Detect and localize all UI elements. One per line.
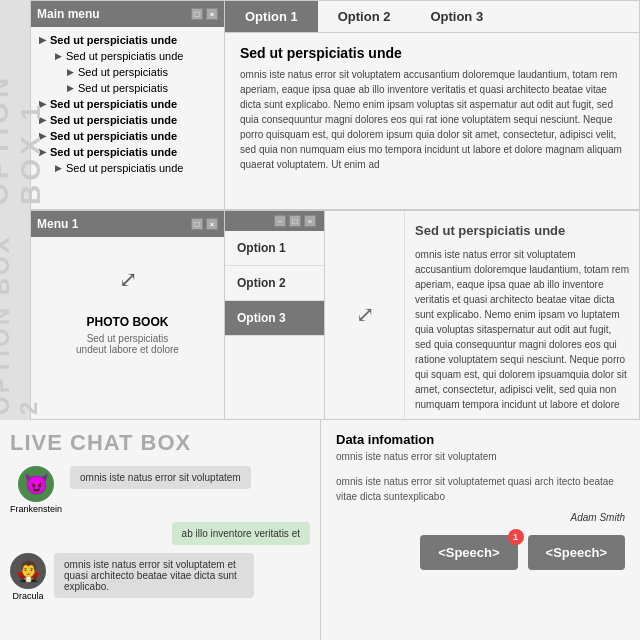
expand-icon[interactable]: ⤢ [98, 252, 158, 307]
chat-bubble-2: ab illo inventore veritatis et [172, 522, 310, 545]
option-box2-sidebar: − □ × Option 1 Option 2 Option 3 [225, 211, 325, 419]
list-item[interactable]: ▶ Sed ut perspiciatis [39, 80, 216, 96]
speech-buttons: <Speech> 1 <Speech> [336, 535, 625, 570]
option-box2-text: Sed ut perspiciatis unde omnis iste natu… [405, 211, 639, 419]
data-info-author: Adam Smith [336, 512, 625, 523]
main-menu-header: Main menu □ × [31, 1, 224, 27]
close-btn[interactable]: × [206, 8, 218, 20]
avatar-frankenstein: 😈 [18, 466, 54, 502]
option-box-1-label: OPTION BOX 1 [0, 0, 30, 210]
chat-message: 😈 Frankenstein omnis iste natus error si… [10, 466, 310, 514]
arrow-icon: ▶ [55, 163, 62, 173]
close-btn-menu1[interactable]: × [206, 218, 218, 230]
menu-list: ▶ Sed ut perspiciatis unde ▶ Sed ut pers… [31, 27, 224, 181]
win-controls: □ × [191, 8, 218, 20]
expand-arrows-icon: ⤢ [119, 267, 137, 293]
panel-win-controls: − □ × [225, 211, 324, 231]
main-menu-box: Main menu □ × ▶ Sed ut perspiciatis unde… [30, 0, 225, 210]
avatar-dracula: 🧛 [10, 553, 46, 589]
option-box2-panel: − □ × Option 1 Option 2 Option 3 ⤢ Sed u… [225, 210, 640, 420]
expand-image-icon: ⤢ [356, 302, 374, 328]
live-chat-title: LIVE CHAT BOX [10, 430, 310, 456]
data-info-title: Data infomation [336, 432, 625, 447]
list-item[interactable]: ▶ Sed ut perspiciatis [39, 64, 216, 80]
photo-book-area: ⤢ PHOTO BOOK Sed ut perspiciatisundeut l… [31, 237, 224, 370]
menu1-title: Menu 1 [37, 217, 78, 231]
panel-heading: Sed ut perspiciatis unde [415, 221, 629, 241]
content-heading: Sed ut perspiciatis unde [240, 45, 624, 61]
avatar-wrapper-dracula: 🧛 Dracula [10, 553, 46, 601]
list-item[interactable]: ▶ Sed ut perspiciatis unde [39, 96, 216, 112]
arrow-icon: ▶ [67, 67, 74, 77]
maximize-icon[interactable]: □ [289, 215, 301, 227]
tab-option3[interactable]: Option 3 [410, 1, 503, 32]
avatar-label-frankenstein: Frankenstein [10, 504, 62, 514]
avatar-wrapper-frankenstein: 😈 Frankenstein [10, 466, 62, 514]
sidebar-item-option1[interactable]: Option 1 [225, 231, 324, 266]
minimize-btn[interactable]: □ [191, 8, 203, 20]
sidebar-item-option3[interactable]: Option 3 [225, 301, 324, 336]
list-item[interactable]: ▶ Sed ut perspiciatis unde [39, 160, 216, 176]
option-box2-content: ⤢ Sed ut perspiciatis unde omnis iste na… [325, 211, 639, 419]
chat-message-dracula: 🧛 Dracula omnis iste natus error sit vol… [10, 553, 310, 601]
panel-body: omnis iste natus error sit voluptatem ac… [415, 247, 629, 412]
speech-btn-1[interactable]: <Speech> 1 [420, 535, 517, 570]
data-info-box: Data infomation omnis iste natus error s… [320, 420, 640, 640]
data-info-subtitle: omnis iste natus error sit voluptatem [336, 451, 625, 462]
image-placeholder[interactable]: ⤢ [325, 211, 405, 419]
sidebar-item-option2[interactable]: Option 2 [225, 266, 324, 301]
list-item[interactable]: ▶ Sed ut perspiciatis unde [39, 32, 216, 48]
chat-message-reply: ab illo inventore veritatis et [10, 522, 310, 545]
speech-btn-2[interactable]: <Speech> [528, 535, 625, 570]
win-controls-menu1: □ × [191, 218, 218, 230]
middle-row: OPTION BOX 2 Menu 1 □ × ⤢ PHOTO BOOK Sed… [0, 210, 640, 420]
minimize-icon[interactable]: − [274, 215, 286, 227]
photo-book-label: PHOTO BOOK [87, 315, 169, 329]
photo-book-sub: Sed ut perspiciatisundeut labore et dolo… [76, 333, 179, 355]
data-info-body: omnis iste natus error sit voluptatemet … [336, 474, 625, 504]
list-item[interactable]: ▶ Sed ut perspiciatis unde [39, 144, 216, 160]
option-box-2-label: OPTION BOX 2 [0, 210, 30, 420]
list-item[interactable]: ▶ Sed ut perspiciatis unde [39, 112, 216, 128]
avatar-label-dracula: Dracula [12, 591, 43, 601]
chat-bubble-3: omnis iste natus error sit voluptatem et… [54, 553, 254, 598]
minimize-btn-menu1[interactable]: □ [191, 218, 203, 230]
content-body: omnis iste natus error sit voluptatem ac… [240, 67, 624, 172]
menu1-header: Menu 1 □ × [31, 211, 224, 237]
option-tab-content: Sed ut perspiciatis unde omnis iste natu… [225, 33, 639, 184]
chat-messages: 😈 Frankenstein omnis iste natus error si… [10, 466, 310, 601]
close-icon[interactable]: × [304, 215, 316, 227]
option-tabs-panel: Option 1 Option 2 Option 3 Sed ut perspi… [225, 0, 640, 210]
live-chat-box: LIVE CHAT BOX 😈 Frankenstein omnis iste … [0, 420, 320, 640]
arrow-icon: ▶ [67, 83, 74, 93]
tab-option2[interactable]: Option 2 [318, 1, 411, 32]
speech-badge: 1 [508, 529, 524, 545]
option-tabs: Option 1 Option 2 Option 3 [225, 1, 639, 33]
bottom-row: LIVE CHAT BOX 😈 Frankenstein omnis iste … [0, 420, 640, 640]
chat-bubble-1: omnis iste natus error sit voluptatem [70, 466, 251, 489]
top-row: OPTION BOX 1 Main menu □ × ▶ Sed ut pers… [0, 0, 640, 210]
list-item[interactable]: ▶ Sed ut perspiciatis unde [39, 128, 216, 144]
list-item[interactable]: ▶ Sed ut perspiciatis unde [39, 48, 216, 64]
menu1-box: Menu 1 □ × ⤢ PHOTO BOOK Sed ut perspicia… [30, 210, 225, 420]
arrow-icon: ▶ [55, 51, 62, 61]
tab-option1[interactable]: Option 1 [225, 1, 318, 32]
